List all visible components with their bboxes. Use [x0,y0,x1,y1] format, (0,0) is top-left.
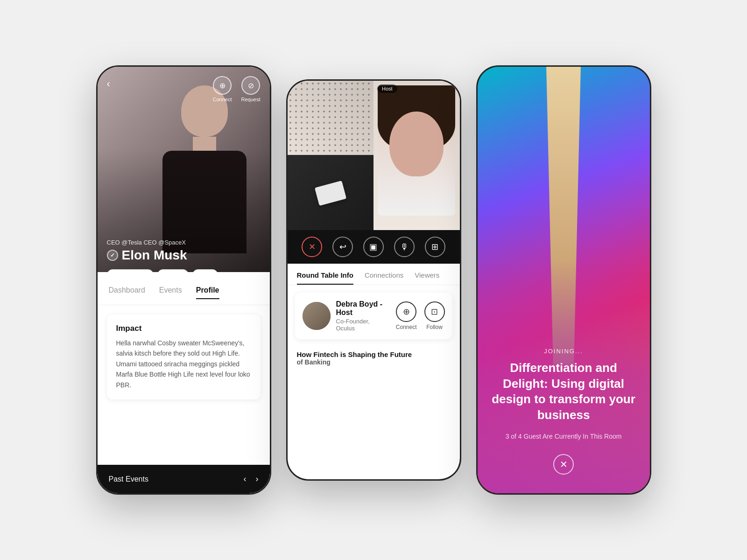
connect-icon: ⊕ [213,76,232,95]
back-button[interactable]: ‹ [107,78,110,90]
connect-label: Connect [213,97,232,102]
call-controls: ✕ ↩ ▣ 🎙 ⊞ [288,230,460,264]
impact-title: Impact [116,324,251,333]
video-tile-2 [288,156,374,230]
video-tile-1 [288,81,374,155]
room-subtitle-text: of Banking [297,358,451,366]
guest-count: 3 of 4 Guest Are Currently In This Room [478,433,650,440]
right-video-panel: Host [374,81,460,230]
room-event-title: Differentiation and Delight: Using digit… [478,360,650,423]
impact-body: Hella narwhal Cosby sweater McSweeney's,… [116,338,251,390]
joining-label: JOINING... [478,348,650,355]
content-area: Impact Hella narwhal Cosby sweater McSwe… [98,305,270,465]
tag-pills: Entrepreneur Design Tech [107,269,218,272]
phone-2: Host ✕ ↩ ▣ 🎙 ⊞ Round Table Info Connecti… [286,79,461,481]
tabs-section: Dashboard Events Profile Impact Hella na… [98,272,270,493]
name-text: Elon Musk [122,248,187,263]
next-arrow[interactable]: › [256,474,259,484]
info-section: Round Table Info Connections Viewers Deb… [288,264,460,479]
follow-host-icon: ⊡ [424,301,445,322]
connect-host-label: Connect [396,324,417,330]
phone2-tab-bar: Round Table Info Connections Viewers [288,264,460,285]
tab-dashboard[interactable]: Dashboard [109,286,145,299]
grid-button[interactable]: ⊞ [425,237,445,257]
phones-container: ‹ ⊕ Connect ⊘ Request CEO @Tesla CEO @Sp… [96,65,651,495]
undo-button[interactable]: ↩ [332,237,353,257]
card-visual [315,180,346,205]
prev-arrow[interactable]: ‹ [244,474,247,484]
host-info: Debra Boyd - Host Co-Founder, Oculus [336,300,390,332]
video-area: Host [288,81,460,230]
host-video-feed [378,85,455,216]
user-subtitle: CEO @Tesla CEO @SpaceX [107,239,187,246]
video-button[interactable]: ▣ [363,237,384,257]
past-events-label: Past Events [109,475,148,483]
tag-design: Design [157,269,189,272]
action-buttons: ⊕ Connect ⊘ Request [213,76,261,102]
host-badge: Host [377,84,397,93]
profile-photo [148,85,261,263]
close-button-wrapper: ✕ [478,454,650,475]
tab-events[interactable]: Events [159,286,182,299]
tag-tech: Tech [192,269,218,272]
host-actions: ⊕ Connect ⊡ Follow [396,301,445,330]
user-info: CEO @Tesla CEO @SpaceX ✓ Elon Musk [107,239,187,263]
tag-entrepreneur: Entrepreneur [107,269,154,272]
phone-3: JOINING... Differentiation and Delight: … [476,65,651,495]
nav-arrows: ‹ › [244,474,259,484]
request-button[interactable]: ⊘ Request [241,76,261,102]
tab-bar: Dashboard Events Profile [98,286,270,305]
phone-1: ‹ ⊕ Connect ⊘ Request CEO @Tesla CEO @Sp… [96,65,271,495]
cancel-call-button[interactable]: ✕ [302,237,322,257]
tab-viewers[interactable]: Viewers [415,271,439,285]
host-title: Co-Founder, Oculus [336,318,390,332]
phone3-content: JOINING... Differentiation and Delight: … [478,67,650,493]
tab-profile[interactable]: Profile [196,286,219,299]
tab-roundtable[interactable]: Round Table Info [297,271,353,285]
left-video-panel [288,81,374,230]
close-icon: ✕ [560,459,568,470]
room-title: How Fintech is Shaping the Future of Ban… [288,347,460,370]
connect-button[interactable]: ⊕ Connect [213,76,232,102]
request-label: Request [241,97,261,102]
follow-host-label: Follow [426,324,443,330]
mic-button[interactable]: 🎙 [394,237,415,257]
host-name: Debra Boyd - Host [336,300,390,317]
host-avatar [303,302,331,330]
follow-host-button[interactable]: ⊡ Follow [424,301,445,330]
room-title-text: How Fintech is Shaping the Future [297,350,451,358]
verified-badge: ✓ [107,250,118,261]
host-card: Debra Boyd - Host Co-Founder, Oculus ⊕ C… [295,293,452,339]
close-room-button[interactable]: ✕ [553,454,574,475]
bottom-bar: Past Events ‹ › [98,465,270,493]
connect-host-icon: ⊕ [396,301,416,322]
connect-host-button[interactable]: ⊕ Connect [396,301,417,330]
request-icon: ⊘ [241,76,260,95]
impact-card: Impact Hella narwhal Cosby sweater McSwe… [107,315,261,399]
user-name: ✓ Elon Musk [107,248,187,263]
tab-connections[interactable]: Connections [365,271,403,285]
verified-icon: ✓ [110,252,115,259]
phone1-hero: ‹ ⊕ Connect ⊘ Request CEO @Tesla CEO @Sp… [98,67,270,272]
